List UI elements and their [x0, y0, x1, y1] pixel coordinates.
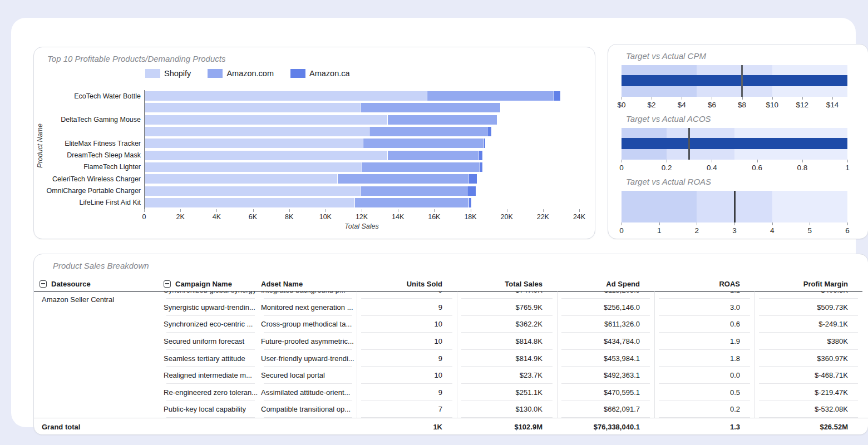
clipped-text: Synchronized global synergy: [164, 291, 256, 294]
bar-segment-shopify: [144, 162, 362, 172]
bullet-tick-label: $2: [648, 101, 656, 109]
legend-swatch-icon: [208, 69, 223, 78]
table-cell: [34, 384, 162, 401]
bullet-tick-label: $12: [796, 101, 809, 109]
bar-segment-amazon-com: [369, 127, 487, 136]
bullet-range-band: [772, 191, 847, 222]
bullet-tick-label: 3: [732, 226, 737, 235]
table-cell: Compatible transitional op...: [259, 401, 357, 418]
x-tick-mark: [216, 209, 217, 212]
clipped-text: $747.9K: [516, 291, 542, 294]
table-cell: $-532.08K: [754, 401, 862, 418]
table-cell: $470,595.1: [557, 384, 654, 401]
x-tick-label: 2K: [176, 213, 185, 221]
bullet-chart-cpm: Target vs Actual CPM$0$2$4$6$8$10$12$14: [622, 51, 847, 111]
legend-item-shopify[interactable]: Shopify: [145, 69, 191, 78]
clipped-text: $406.5K: [821, 291, 848, 294]
bar-row: [34, 102, 579, 113]
bullet-tick-label: $4: [678, 101, 686, 109]
table-row[interactable]: Seamless tertiary attitudeUser-friendly …: [34, 350, 862, 367]
bullet-tick-mark: [697, 222, 697, 225]
stacked-bar[interactable]: [144, 186, 579, 196]
legend-item-amazon-com[interactable]: Amazon.com: [208, 69, 274, 78]
table-row[interactable]: Synchronized eco-centric ...Cross-group …: [34, 316, 862, 333]
bullet-tick-mark: [757, 160, 758, 162]
table-cell: 9: [357, 384, 457, 401]
table-cell: Synergistic upward-trendin...: [162, 299, 259, 316]
x-tick-mark: [326, 209, 326, 212]
x-tick-mark: [434, 209, 435, 212]
grand-total-value: [259, 418, 357, 435]
bullet-tick-mark: [659, 222, 660, 225]
table-cell: 9: [357, 299, 457, 316]
table-cell: Re-engineered zero toleran...: [162, 384, 259, 401]
table-cell: Realigned intermediate m...: [162, 367, 259, 384]
x-tick-label: 4K: [213, 213, 221, 221]
bullet-actual-bar: [622, 75, 847, 86]
table-row[interactable]: Re-engineered zero toleran...Assimilated…: [34, 384, 862, 401]
table-cell: $251.1K: [457, 384, 557, 401]
x-tick-mark: [180, 209, 181, 212]
y-axis-label: EcoTech Water Bottle: [34, 90, 144, 102]
bar-row: DreamTech Sleep Mask: [34, 149, 579, 161]
table-cell-clipped: Integrated background p...: [259, 291, 357, 299]
column-separator-line: [654, 291, 655, 418]
bar-row: CeleriTech Wireless Charger: [34, 173, 579, 185]
bullet-actual-bar: [622, 138, 847, 149]
bar-segment-shopify: [144, 91, 427, 101]
column-header-label: Ad Spend: [606, 280, 640, 288]
table-cell: $-219.47K: [754, 384, 862, 401]
bullet-tick-label: 0.2: [662, 164, 672, 172]
bullet-tick-label: $10: [766, 101, 778, 109]
stacked-bar[interactable]: [144, 115, 579, 125]
table-cell-clipped: $118,205.9: [557, 291, 654, 299]
column-separator-line: [457, 291, 457, 418]
bullet-tick-mark: [847, 160, 848, 162]
table-cell: Secured local portal: [259, 367, 357, 384]
bar-track: [144, 149, 579, 161]
table-row[interactable]: Public-key local capabilityCompatible tr…: [34, 401, 862, 418]
bullet-tick-label: 0: [619, 226, 624, 235]
stacked-bar[interactable]: [144, 127, 579, 136]
column-separator-line: [557, 291, 558, 418]
table-cell: $814.9K: [457, 350, 557, 367]
table-cell: $23.7K: [457, 367, 557, 384]
bar-segment-amazon-ca: [487, 127, 491, 136]
bullet-range-band: [622, 191, 697, 222]
bullet-chart-roas: Target vs Actual ROAS0123456: [622, 177, 847, 237]
bullet-tick-mark: [622, 222, 622, 225]
clipped-text: 9: [438, 291, 442, 294]
legend-item-amazon-ca[interactable]: Amazon.ca: [290, 69, 350, 78]
grand-total-value: 1.3: [654, 418, 754, 435]
stacked-bar[interactable]: [144, 174, 579, 184]
grand-total-value: $102.9M: [457, 418, 557, 435]
table-row-clipped[interactable]: Synchronized global synergyIntegrated ba…: [34, 291, 862, 299]
grand-total-value: $26.52M: [754, 418, 862, 435]
bullet-target-marker: [734, 191, 736, 222]
table-cell: $362.2K: [457, 316, 557, 333]
bar-segment-amazon-ca: [483, 139, 485, 148]
stacked-bar[interactable]: [144, 198, 579, 207]
x-tick-mark: [362, 209, 362, 212]
bullet-chart-title: Target vs Actual ACOS: [626, 114, 711, 123]
table-cell: Monitored next generation ...: [259, 299, 357, 316]
collapse-minus-icon[interactable]: [164, 280, 171, 288]
table-row[interactable]: Realigned intermediate m...Secured local…: [34, 367, 862, 384]
table-row[interactable]: Secured uniform forecastFuture-proofed a…: [34, 333, 862, 350]
table-card: Product Sales Breakdown DatesourceCampai…: [33, 254, 868, 435]
stacked-bar[interactable]: [144, 139, 579, 148]
table-cell: $492,363.1: [557, 367, 654, 384]
bar-segment-amazon-com: [360, 186, 467, 196]
bar-track: [144, 173, 579, 185]
stacked-bar[interactable]: [144, 91, 579, 101]
table-row[interactable]: Synergistic upward-trendin...Monitored n…: [34, 299, 862, 316]
bullet-tick-label: 6: [845, 226, 850, 235]
collapse-minus-icon[interactable]: [40, 280, 47, 288]
stacked-bar[interactable]: [144, 162, 579, 172]
table-cell: $434,784.0: [557, 333, 654, 350]
stacked-bar[interactable]: [144, 151, 579, 160]
stacked-bar[interactable]: [144, 103, 579, 112]
column-separator-line: [357, 291, 357, 418]
table-cell: $765.9K: [457, 299, 557, 316]
table-cell: [34, 316, 162, 333]
